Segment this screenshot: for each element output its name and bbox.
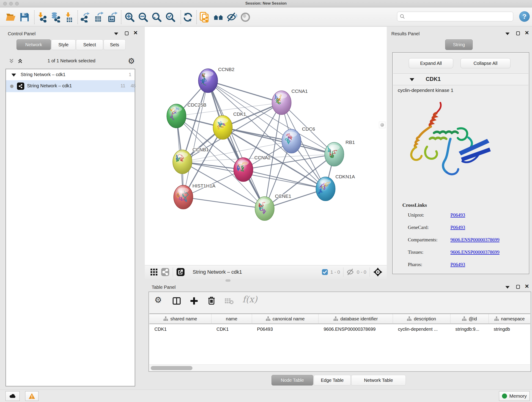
column-header-id[interactable]: @id [450, 314, 489, 324]
import-table-icon[interactable] [63, 12, 75, 23]
column-header-database-identifier[interactable]: database identifier [318, 314, 393, 324]
table-options-gear-icon[interactable]: ⚙ [154, 295, 162, 305]
network-row[interactable]: String Network – cdk1 11 48 [6, 80, 135, 92]
tab-network[interactable]: Network [17, 39, 51, 50]
crosslink-label: GeneCard: [408, 225, 429, 230]
crosslink-uniprot-link[interactable]: P06493 [450, 212, 465, 218]
open-in-browser-icon[interactable] [176, 268, 185, 276]
network-node-cdc25b[interactable] [167, 104, 186, 128]
panel-close-icon[interactable]: ✕ [525, 284, 529, 288]
result-entry-header[interactable]: CDK1 [393, 73, 528, 85]
export-image-icon[interactable] [107, 12, 118, 23]
function-builder-icon[interactable]: f(x) [242, 294, 257, 304]
network-node-ccnb2[interactable] [198, 69, 218, 93]
search-box[interactable] [397, 12, 513, 21]
column-header-shared-name[interactable]: shared name [149, 314, 211, 324]
cloud-services-button[interactable] [6, 391, 20, 401]
homes-icon[interactable] [213, 12, 224, 23]
network-collection-row[interactable]: String Network – cdk1 1 [6, 70, 135, 80]
save-session-icon[interactable] [19, 12, 30, 23]
selected-checkbox-icon[interactable] [322, 269, 328, 275]
open-session-icon[interactable] [5, 12, 16, 23]
panel-menu-icon[interactable] [114, 32, 118, 35]
panel-splitter-grip[interactable] [379, 122, 385, 128]
hidden-eye-slash-icon[interactable] [347, 268, 355, 276]
export-table-icon[interactable] [93, 12, 104, 23]
network-share-toggle-icon[interactable] [161, 268, 170, 276]
memory-button[interactable]: Memory [499, 391, 530, 401]
add-column-icon[interactable] [190, 297, 198, 305]
help-button[interactable]: ? [519, 11, 530, 22]
toolbar-separator [343, 268, 343, 277]
tab-node-table[interactable]: Node Table [272, 375, 313, 385]
entry-collapse-icon[interactable] [410, 78, 414, 81]
import-network-file-icon[interactable] [36, 12, 47, 23]
export-network-icon[interactable] [80, 12, 91, 23]
crosslink-tissues-link[interactable]: 9606.ENSP00000378699 [450, 249, 500, 255]
panel-float-icon[interactable] [516, 285, 520, 289]
panel-close-icon[interactable]: ✕ [525, 31, 529, 35]
delete-column-trash-icon[interactable] [207, 296, 216, 305]
network-view-toolbar: String Network – cdk1 1 - 0 0 - 0 [145, 265, 387, 279]
network-node-ccne1[interactable] [255, 197, 274, 220]
zoom-selected-icon[interactable] [165, 12, 176, 23]
column-header-name[interactable]: name [211, 314, 252, 324]
column-network-icon [333, 317, 338, 321]
collection-expand-icon[interactable] [12, 74, 16, 77]
network-options-gear-icon[interactable]: ⚙ [128, 56, 135, 65]
crosslink-genecard-link[interactable]: P06493 [450, 225, 465, 230]
show-columns-icon[interactable] [172, 297, 181, 305]
node-label-ccnb1: CCNB1 [192, 147, 209, 152]
refresh-view-icon[interactable] [182, 12, 193, 23]
control-panel: Control Panel ✕ Network Style Select Set… [3, 28, 140, 388]
fit-content-crosshair-icon[interactable] [373, 267, 383, 277]
panel-menu-icon[interactable] [505, 286, 510, 288]
horizontal-splitter-grip[interactable] [225, 279, 230, 282]
share-document-icon[interactable] [199, 12, 210, 23]
network-view[interactable]: CCNB2CCNA1CDC25BCDK1CDC6RB1CCNB1CCNA2CDK… [145, 27, 387, 279]
collapse-all-button[interactable]: Collapse All [461, 58, 510, 68]
column-header-description[interactable]: description [393, 314, 450, 324]
panel-close-icon[interactable]: ✕ [133, 31, 138, 35]
column-header-namespace[interactable]: namespace [489, 314, 530, 324]
expand-all-button[interactable]: Expand All [409, 58, 453, 68]
network-node-ccna1[interactable] [272, 91, 291, 115]
network-node-rb1[interactable] [325, 142, 344, 166]
table-row[interactable]: CDK1 CDK1 P06493 9606.ENSP00000378699 cy… [149, 324, 530, 334]
scrollbar-thumb[interactable] [151, 366, 192, 370]
zoom-fit-icon[interactable] [151, 12, 162, 23]
network-node-ccna2[interactable] [234, 158, 253, 182]
tab-sets[interactable]: Sets [104, 39, 126, 50]
hide-unhide-icon[interactable] [226, 12, 237, 23]
network-node-hist1h1a[interactable] [174, 185, 193, 209]
search-input[interactable] [405, 14, 511, 19]
delete-table-icon[interactable] [225, 298, 234, 305]
tab-string-results[interactable]: String [445, 39, 473, 50]
column-header-canonical-name[interactable]: canonical name [252, 314, 319, 324]
window-title: Session: New Session [0, 1, 532, 6]
zoom-out-icon[interactable] [138, 12, 149, 23]
network-canvas[interactable]: CCNB2CCNA1CDC25BCDK1CDC6RB1CCNB1CCNA2CDK… [145, 27, 387, 265]
network-edge-count: 48 [131, 83, 136, 89]
network-node-cdkn1a[interactable] [316, 177, 335, 201]
birds-eye-view-icon[interactable] [150, 268, 158, 276]
network-node-cdc6[interactable] [282, 129, 301, 153]
zoom-in-icon[interactable] [124, 12, 135, 23]
table-horizontal-scrollbar[interactable] [149, 364, 530, 371]
crosslink-label: Compartments: [408, 237, 438, 243]
tab-select[interactable]: Select [76, 39, 103, 50]
warnings-button[interactable] [25, 391, 38, 401]
panel-float-icon[interactable] [516, 32, 520, 35]
import-network-database-icon[interactable] [50, 12, 61, 23]
tab-style[interactable]: Style [51, 39, 76, 50]
network-node-ccnb1[interactable] [173, 150, 192, 174]
network-list: String Network – cdk1 1 String Network –… [6, 69, 135, 386]
tab-edge-table[interactable]: Edge Table [314, 375, 351, 385]
crosslink-compartments-link[interactable]: 9606.ENSP00000378699 [450, 237, 500, 243]
panel-float-icon[interactable] [125, 32, 128, 35]
network-node-cdk1[interactable] [213, 115, 232, 139]
crosslink-pharos-link[interactable]: P06493 [450, 262, 465, 268]
highlight-eye-icon[interactable] [240, 12, 251, 23]
panel-menu-icon[interactable] [505, 32, 510, 35]
tab-network-table[interactable]: Network Table [351, 375, 406, 385]
